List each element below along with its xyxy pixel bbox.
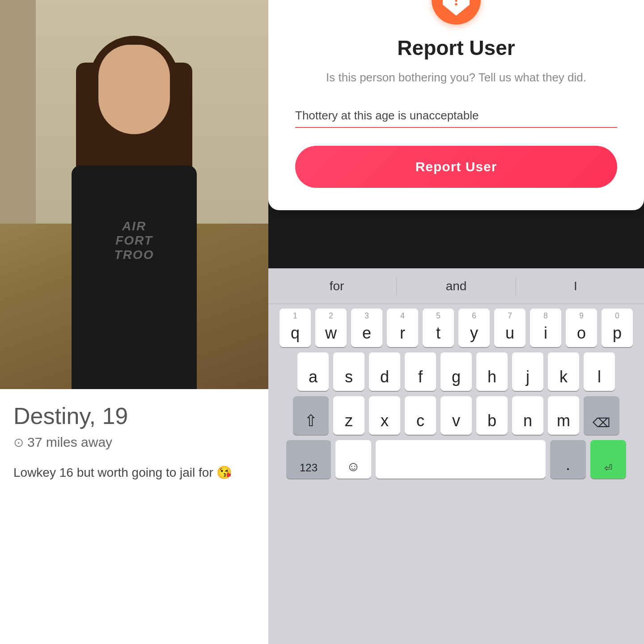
- key-num-3: 3: [351, 311, 382, 321]
- key-row-2: a s d f g h j k l: [272, 352, 640, 391]
- key-letter-q: q: [291, 324, 300, 343]
- key-h[interactable]: h: [476, 352, 508, 391]
- right-panel: AIRFORT ! Report User Is this person bot…: [268, 0, 644, 644]
- suggestion-i[interactable]: I: [516, 279, 635, 293]
- key-num-0: 0: [602, 311, 633, 321]
- age-text: 19: [96, 403, 128, 429]
- location-text: 37 miles away: [27, 435, 112, 450]
- keyboard-body: 1q 2w 3e 4r 5t 6y 7u 8i 9o 0p a s d f g …: [268, 304, 644, 488]
- key-letter-t: t: [436, 324, 441, 343]
- key-letter-o: o: [577, 324, 586, 343]
- person-figure: AIRFORTTROO: [49, 22, 219, 389]
- suggestion-and[interactable]: and: [397, 279, 516, 293]
- key-y[interactable]: 6y: [458, 309, 490, 347]
- suggestion-for[interactable]: for: [277, 279, 396, 293]
- key-u[interactable]: 7u: [494, 309, 525, 347]
- key-num-5: 5: [423, 311, 454, 321]
- key-p[interactable]: 0p: [602, 309, 633, 347]
- key-num-1: 1: [280, 311, 311, 321]
- dot-key[interactable]: .: [550, 440, 586, 479]
- shift-key[interactable]: ⇧: [293, 396, 329, 435]
- key-l[interactable]: l: [584, 352, 615, 391]
- key-letter-p: p: [613, 324, 622, 343]
- key-g[interactable]: g: [441, 352, 472, 391]
- key-d[interactable]: d: [369, 352, 400, 391]
- profile-name: Destiny, 19: [13, 402, 255, 429]
- key-label-123: 123: [300, 462, 318, 474]
- report-input[interactable]: [295, 104, 617, 128]
- shirt-text: AIRFORTTROO: [89, 219, 179, 262]
- exclamation-mark: !: [453, 0, 459, 8]
- key-j[interactable]: j: [512, 352, 543, 391]
- key-e[interactable]: 3e: [351, 309, 382, 347]
- key-z[interactable]: z: [333, 396, 364, 435]
- profile-location: ⊙ 37 miles away: [13, 435, 255, 450]
- numbers-key[interactable]: 123: [286, 440, 331, 479]
- key-num-7: 7: [494, 311, 525, 321]
- key-num-6: 6: [458, 311, 490, 321]
- bio-text: Lowkey 16 but worth going to jail for 😘: [13, 466, 232, 479]
- key-num-2: 2: [315, 311, 347, 321]
- emoji-key[interactable]: ☺: [335, 440, 371, 479]
- shield-icon: !: [443, 0, 470, 16]
- key-letter-w: w: [325, 324, 337, 343]
- profile-photo: AIRFORTTROO: [0, 0, 268, 389]
- key-v[interactable]: v: [441, 396, 472, 435]
- key-letter-r: r: [400, 324, 405, 343]
- report-user-button[interactable]: Report User: [295, 146, 617, 188]
- key-row-3: ⇧ z x c v b n m ⌫: [272, 396, 640, 435]
- key-num-9: 9: [566, 311, 597, 321]
- profile-info: Destiny, 19 ⊙ 37 miles away Lowkey 16 bu…: [0, 389, 268, 644]
- key-c[interactable]: c: [405, 396, 436, 435]
- dot-label: .: [566, 455, 570, 474]
- key-t[interactable]: 5t: [423, 309, 454, 347]
- profile-bio: Lowkey 16 but worth going to jail for 😘: [13, 463, 255, 482]
- location-icon: ⊙: [13, 435, 24, 450]
- space-key[interactable]: [376, 440, 546, 479]
- key-a[interactable]: a: [297, 352, 329, 391]
- suggestion-bar: for and I: [268, 268, 644, 304]
- report-icon-circle: !: [432, 0, 481, 25]
- key-i[interactable]: 8i: [530, 309, 561, 347]
- modal-subtitle: Is this person bothering you? Tell us wh…: [295, 69, 617, 86]
- key-letter-u: u: [505, 324, 514, 343]
- return-key[interactable]: ⏎: [590, 440, 626, 479]
- key-row-bottom: 123 ☺ . ⏎: [272, 440, 640, 479]
- keyboard-area: for and I 1q 2w 3e 4r 5t 6y 7u 8i 9o 0p: [268, 268, 644, 644]
- key-b[interactable]: b: [476, 396, 508, 435]
- key-m[interactable]: m: [548, 396, 579, 435]
- left-profile-panel: AIRFORTTROO Destiny, 19 ⊙ 37 miles away …: [0, 0, 268, 644]
- report-modal: ! Report User Is this person bothering y…: [268, 0, 644, 27]
- key-q[interactable]: 1q: [280, 309, 311, 347]
- key-letter-i: i: [544, 324, 547, 343]
- key-row-1: 1q 2w 3e 4r 5t 6y 7u 8i 9o 0p: [272, 309, 640, 347]
- key-num-4: 4: [387, 311, 418, 321]
- modal-title: Report User: [295, 36, 617, 60]
- key-s[interactable]: s: [333, 352, 364, 391]
- key-letter-e: e: [362, 324, 371, 343]
- key-w[interactable]: 2w: [315, 309, 347, 347]
- key-x[interactable]: x: [369, 396, 400, 435]
- report-modal-card: ! Report User Is this person bothering y…: [268, 0, 644, 210]
- name-text: Destiny,: [13, 403, 96, 429]
- key-n[interactable]: n: [512, 396, 543, 435]
- key-letter-y: y: [470, 324, 478, 343]
- dark-background: AIRFORT ! Report User Is this person bot…: [268, 0, 644, 268]
- backspace-key[interactable]: ⌫: [584, 396, 619, 435]
- key-r[interactable]: 4r: [387, 309, 418, 347]
- key-num-8: 8: [530, 311, 561, 321]
- key-o[interactable]: 9o: [566, 309, 597, 347]
- key-k[interactable]: k: [548, 352, 579, 391]
- key-f[interactable]: f: [405, 352, 436, 391]
